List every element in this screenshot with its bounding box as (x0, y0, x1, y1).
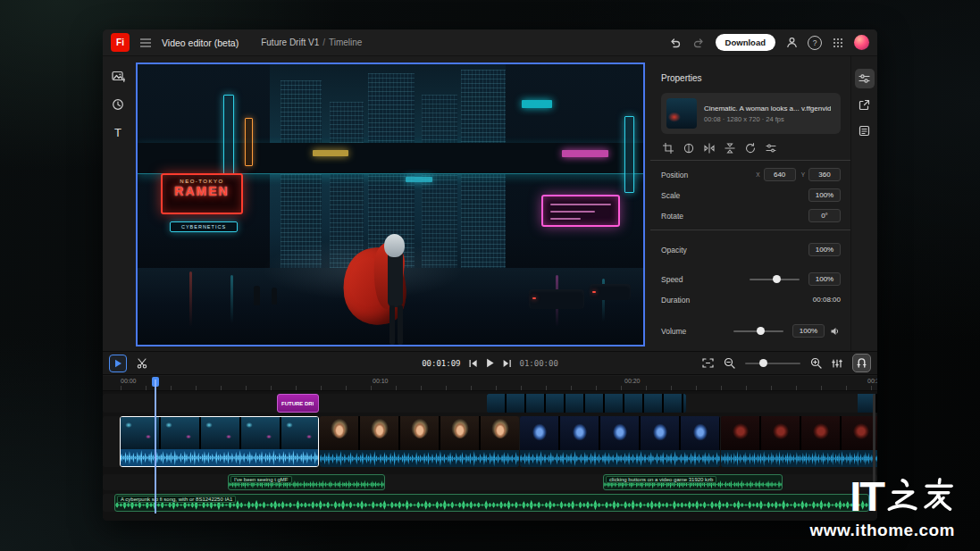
redo-button[interactable] (691, 35, 708, 51)
overlay-video-clip[interactable] (487, 394, 686, 413)
clip-info: Cinematic. A woman looks a... v.ffgenvid… (704, 104, 831, 123)
timeline-toolbar: 00:01:09 01:00:00 (103, 351, 877, 375)
clip-name: Cinematic. A woman looks a... v.ffgenvid (704, 104, 831, 113)
scale-label: Scale (661, 191, 680, 200)
volume-slider-handle[interactable] (757, 327, 765, 335)
y-label: Y (801, 171, 805, 178)
invite-icon[interactable] (783, 35, 800, 51)
title-clip[interactable]: FUTURE DRI (277, 394, 319, 413)
opacity-row: Opacity 100% (661, 239, 841, 260)
speed-field[interactable]: 100% (808, 272, 841, 286)
neon-sign-vertical (223, 95, 234, 175)
breadcrumb-project[interactable]: Future Drift V1 (261, 38, 319, 47)
rotate-row: Rotate 0° (661, 205, 841, 226)
current-time: 00:01:09 (422, 359, 460, 368)
neon-sign-vertical (245, 118, 253, 166)
ruler-label: 00:20 (624, 378, 641, 384)
speed-slider[interactable] (750, 279, 800, 280)
zoom-out-icon[interactable] (724, 357, 735, 369)
opacity-field[interactable]: 100% (808, 243, 841, 256)
adjust-icon[interactable] (766, 143, 776, 154)
clip-audio-waveform (721, 450, 877, 467)
pedestrian-silhouette (254, 286, 260, 305)
cybernetics-sign: CYBERNETICS (170, 221, 238, 232)
total-duration: 01:00:00 (520, 359, 558, 368)
fit-timeline-icon[interactable] (702, 358, 714, 368)
history-icon[interactable] (108, 95, 128, 114)
volume-field[interactable]: 100% (792, 324, 825, 338)
mask-icon[interactable] (683, 143, 694, 154)
rotate-icon[interactable] (745, 143, 756, 154)
audio-clip-1[interactable]: I've been seeing t gMF (228, 474, 385, 490)
hamburger-menu-button[interactable] (138, 35, 154, 51)
figure-hair (384, 234, 405, 257)
figure-leg (398, 305, 403, 345)
selected-clip-card[interactable]: Cinematic. A woman looks a... v.ffgenvid… (661, 93, 841, 134)
flip-horizontal-icon[interactable] (704, 143, 715, 154)
video-clip-3[interactable] (520, 416, 720, 467)
clip-action-row (663, 143, 839, 154)
flip-vertical-icon[interactable] (725, 143, 735, 154)
pink-neon-sign (541, 195, 620, 227)
ruler-label: 00:10 (373, 378, 389, 384)
library-panel-button[interactable] (855, 121, 875, 140)
zoom-slider-handle[interactable] (759, 359, 767, 367)
speed-label: Speed (661, 275, 683, 284)
timeline[interactable]: 00:00 00:10 00:20 00:30 FUTURE DRI (103, 376, 877, 521)
clip-audio-waveform (520, 450, 720, 467)
scale-field[interactable]: 100% (808, 188, 841, 202)
clip-filmstrip (520, 416, 720, 450)
duration-value: 00:08:00 (813, 296, 841, 304)
playhead-line (155, 380, 156, 513)
apps-grid-button[interactable] (830, 35, 846, 51)
watermark-logo-cjk (884, 476, 958, 515)
add-media-icon[interactable] (108, 67, 128, 87)
zoom-in-icon[interactable] (810, 357, 822, 369)
duration-label: Duration (661, 296, 690, 305)
preview-play-tool-button[interactable] (109, 355, 127, 372)
clip-filmstrip (121, 417, 318, 451)
music-clip[interactable]: A cyberpunk sci fi song, with or 8S12422… (114, 494, 869, 512)
video-clip-1-selected[interactable] (120, 416, 319, 467)
position-x-field[interactable]: 640 (764, 168, 796, 181)
undo-button[interactable] (667, 35, 683, 51)
export-panel-button[interactable] (855, 95, 875, 114)
music-clip-label: A cyberpunk sci fi song, with or 8S12422… (117, 496, 236, 503)
text-tool-button[interactable]: T (108, 122, 128, 142)
firefly-logo[interactable]: Fi (111, 33, 130, 52)
divider (650, 160, 851, 161)
ramen-neon-sign: NEO-TOKYO RAMEN (161, 173, 243, 214)
split-clip-button[interactable] (133, 355, 151, 372)
speed-slider-handle[interactable] (773, 275, 781, 283)
position-label: Position (661, 171, 688, 179)
timeline-ruler[interactable]: 00:00 00:10 00:20 00:30 (103, 376, 877, 391)
ruler-label: 00:00 (121, 378, 137, 384)
properties-panel-button[interactable] (855, 69, 875, 88)
snap-magnet-button[interactable] (852, 354, 871, 372)
timeline-zoom-controls (702, 354, 871, 372)
app-window: Fi Video editor (beta) Future Drift V1 /… (103, 29, 877, 521)
timeline-zoom-slider[interactable] (745, 363, 800, 364)
speaker-icon[interactable] (831, 327, 841, 336)
duration-row: Duration 00:08:00 (661, 289, 841, 310)
audio-clip-2[interactable]: clicking buttons on a video game 31920 k… (603, 474, 783, 490)
next-frame-button[interactable] (503, 359, 512, 368)
volume-slider[interactable] (733, 330, 783, 332)
car-silhouette (529, 289, 584, 309)
rotate-field[interactable]: 0° (808, 209, 841, 222)
top-bar: Fi Video editor (beta) Future Drift V1 /… (103, 29, 877, 56)
position-y-field[interactable]: 360 (808, 168, 841, 181)
divider (650, 230, 851, 230)
previous-frame-button[interactable] (469, 359, 478, 368)
audio-clip-label: clicking buttons on a video game 31920 k… (606, 476, 716, 483)
video-clip-4[interactable] (721, 416, 877, 467)
track-view-icon[interactable] (832, 358, 842, 369)
download-button[interactable]: Download (716, 34, 775, 51)
video-preview-canvas[interactable]: NEO-TOKYO RAMEN CYBERNETICS (136, 63, 645, 346)
help-button[interactable]: ? (808, 36, 822, 50)
neon-sign (406, 177, 432, 182)
avatar[interactable] (854, 35, 869, 50)
play-button[interactable] (486, 358, 495, 368)
video-clip-2[interactable] (320, 416, 519, 467)
crop-icon[interactable] (663, 143, 674, 154)
